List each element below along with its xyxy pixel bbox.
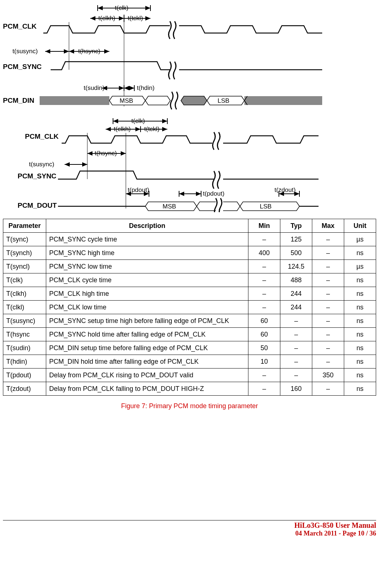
signal-pcm-sync2: PCM_SYNC: [18, 172, 57, 180]
label-tsusync: t(susync): [12, 48, 38, 55]
cell-param: T(sudin): [3, 341, 46, 355]
cell-unit: ns: [344, 328, 376, 341]
label-lsb: LSB: [218, 97, 229, 104]
cell-typ: –: [280, 341, 312, 355]
label-ttckl: t(tckl): [128, 15, 143, 22]
cell-typ: –: [280, 314, 312, 328]
signal-pcm-din: PCM_DIN: [3, 97, 34, 104]
cell-unit: ns: [344, 301, 376, 314]
cell-param: T(hdin): [3, 355, 46, 369]
label-tclkh2: t(clkh): [114, 126, 131, 133]
cell-min: 10: [248, 355, 280, 369]
label-ttckl2: t(tckl): [144, 126, 160, 133]
cell-unit: µs: [344, 260, 376, 273]
label-msb2: MSB: [163, 203, 176, 210]
cell-min: –: [248, 369, 280, 382]
cell-desc: PCM_DIN hold time after falling edge of …: [46, 355, 248, 369]
cell-max: –: [312, 260, 344, 273]
timing-parameter-table: Parameter Description Min Typ Max Unit T…: [3, 219, 376, 396]
cell-desc: Delay from PCM_CLK rising to PCM_DOUT va…: [46, 369, 248, 382]
table-row: T(hsyncPCM_SYNC hold time after falling …: [3, 328, 376, 341]
cell-min: 60: [248, 328, 280, 341]
cell-desc: Delay from PCM_CLK falling to PCM_DOUT H…: [46, 382, 248, 396]
cell-param: T(clk): [3, 273, 46, 287]
label-lsb2: LSB: [260, 203, 272, 210]
cell-param: T(syncl): [3, 260, 46, 273]
cell-max: –: [312, 341, 344, 355]
cell-desc: PCM_CLK low time: [46, 301, 248, 314]
cell-typ: 500: [280, 246, 312, 260]
cell-typ: 244: [280, 287, 312, 301]
label-msb: MSB: [120, 97, 133, 104]
cell-min: –: [248, 301, 280, 314]
cell-max: –: [312, 273, 344, 287]
svg-rect-14: [40, 96, 109, 105]
cell-unit: µs: [344, 233, 376, 246]
cell-unit: ns: [344, 314, 376, 328]
table-row: T(zdout)Delay from PCM_CLK falling to PC…: [3, 382, 376, 396]
table-row: T(hdin)PCM_DIN hold time after falling e…: [3, 355, 376, 369]
th-typ: Typ: [280, 219, 312, 233]
footer-date-page: 04 March 2011 - Page 10 / 36: [3, 530, 376, 537]
label-thsync: t(hsync): [78, 48, 100, 55]
table-row: T(clkh)PCM_CLK high time–244–ns: [3, 287, 376, 301]
table-header-row: Parameter Description Min Typ Max Unit: [3, 219, 376, 233]
cell-desc: PCM_SYNC cycle time: [46, 233, 248, 246]
cell-typ: –: [280, 328, 312, 341]
timing-diagram-dout: t(clk) t(clkh) t(tckl) PCM_CLK t(hsync) …: [18, 117, 376, 212]
cell-min: 60: [248, 314, 280, 328]
cell-desc: PCM_DIN setup time before falling edge o…: [46, 341, 248, 355]
cell-max: –: [312, 233, 344, 246]
label-tsudin: t(sudin): [84, 84, 105, 91]
label-tpdout1: t(pdout): [128, 186, 149, 193]
figure-caption: Figure 7: Primary PCM mode timing parame…: [3, 402, 376, 410]
cell-max: –: [312, 314, 344, 328]
th-description: Description: [46, 219, 248, 233]
cell-unit: ns: [344, 382, 376, 396]
cell-min: –: [248, 287, 280, 301]
svg-rect-15: [244, 96, 322, 105]
cell-typ: –: [280, 369, 312, 382]
label-thsync2: t(hsync): [95, 150, 117, 157]
cell-unit: ns: [344, 246, 376, 260]
cell-max: –: [312, 246, 344, 260]
timing-diagram-din: t(clk) t(clkh) t(tckl) PCM_CLK t(susync)…: [3, 4, 376, 110]
cell-min: –: [248, 233, 280, 246]
cell-max: 350: [312, 369, 344, 382]
cell-unit: ns: [344, 369, 376, 382]
table-row: T(sudin)PCM_DIN setup time before fallin…: [3, 341, 376, 355]
cell-desc: PCM_CLK high time: [46, 287, 248, 301]
cell-desc: PCM_SYNC high time: [46, 246, 248, 260]
cell-unit: ns: [344, 341, 376, 355]
cell-typ: –: [280, 355, 312, 369]
cell-param: T(clkl): [3, 301, 46, 314]
th-parameter: Parameter: [3, 219, 46, 233]
cell-param: T(zdout): [3, 382, 46, 396]
cell-min: –: [248, 382, 280, 396]
cell-typ: 244: [280, 301, 312, 314]
table-row: T(clkl)PCM_CLK low time–244–ns: [3, 301, 376, 314]
cell-unit: ns: [344, 355, 376, 369]
label-tsusync2: t(susync): [29, 161, 54, 168]
cell-max: –: [312, 382, 344, 396]
cell-desc: PCM_SYNC hold time after falling edge of…: [46, 328, 248, 341]
table-row: T(sync)PCM_SYNC cycle time–125–µs: [3, 233, 376, 246]
signal-pcm-sync: PCM_SYNC: [3, 63, 42, 70]
th-unit: Unit: [344, 219, 376, 233]
cell-min: 400: [248, 246, 280, 260]
cell-max: –: [312, 301, 344, 314]
cell-min: 50: [248, 341, 280, 355]
signal-pcm-clk: PCM_CLK: [3, 22, 37, 30]
label-tclkh: t(clkh): [98, 15, 115, 22]
table-row: T(susync)PCM_SYNC setup time high before…: [3, 314, 376, 328]
cell-typ: 160: [280, 382, 312, 396]
cell-param: T(clkh): [3, 287, 46, 301]
cell-typ: 124.5: [280, 260, 312, 273]
cell-param: T(sync): [3, 233, 46, 246]
signal-pcm-clk2: PCM_CLK: [25, 133, 59, 140]
cell-min: –: [248, 260, 280, 273]
label-tclk2: t(clk): [131, 117, 145, 124]
cell-unit: ns: [344, 287, 376, 301]
cell-param: T(pdout): [3, 369, 46, 382]
cell-desc: PCM_SYNC low time: [46, 260, 248, 273]
